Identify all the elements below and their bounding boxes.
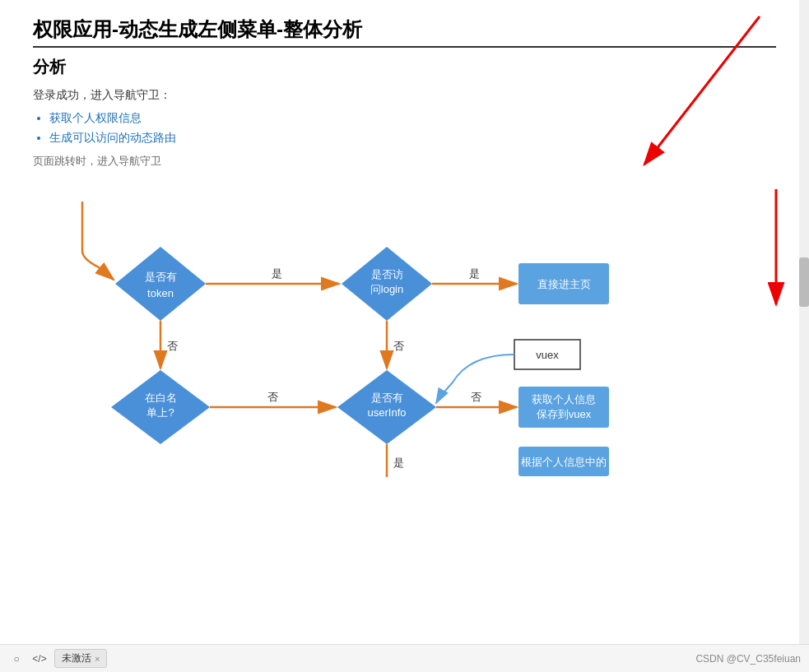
svg-text:token: token (147, 287, 174, 299)
intro-text: 登录成功，进入导航守卫： (33, 88, 776, 103)
bullet-item-1: 获取个人权限信息 (49, 111, 776, 126)
main-content: 权限应用-动态生成左侧菜单-整体分析 分析 登录成功，进入导航守卫： 获取个人权… (0, 0, 809, 644)
flowchart-svg: 是否有 token 是否访 问login 直接进主页 vuex 在白名 单上? … (33, 185, 741, 481)
svg-text:获取个人信息: 获取个人信息 (532, 393, 596, 406)
svg-text:是否有: 是否有 (145, 271, 177, 283)
svg-text:vuex: vuex (536, 349, 559, 361)
svg-text:问login: 问login (370, 283, 403, 295)
arrow-entry (82, 202, 114, 280)
circle-icon[interactable]: ○ (8, 651, 25, 667)
svg-text:是: 是 (469, 267, 480, 280)
svg-text:单上?: 单上? (146, 406, 174, 419)
sub-text: 页面跳转时，进入导航守卫 (33, 154, 776, 169)
svg-text:否: 否 (471, 391, 481, 403)
scrollbar-thumb[interactable] (799, 257, 809, 307)
svg-text:是: 是 (272, 267, 282, 280)
svg-text:根据个人信息中的: 根据个人信息中的 (521, 456, 607, 468)
svg-text:保存到vuex: 保存到vuex (537, 408, 592, 420)
svg-text:是否访: 是否访 (371, 268, 403, 280)
taskbar: ○ </> 未激活 × CSDN @CV_C35feiuan (0, 644, 809, 672)
tab-close-icon[interactable]: × (95, 654, 100, 664)
bullet-item-2: 生成可以访问的动态路由 (49, 131, 776, 146)
svg-text:否: 否 (167, 340, 178, 352)
svg-text:是否有: 是否有 (371, 392, 403, 404)
node-token (115, 247, 206, 321)
scrollbar[interactable] (799, 0, 809, 644)
svg-text:直接进主页: 直接进主页 (537, 278, 591, 290)
svg-text:否: 否 (267, 391, 278, 403)
page-title: 权限应用-动态生成左侧菜单-整体分析 (33, 16, 776, 48)
svg-text:在白名: 在白名 (145, 392, 177, 404)
taskbar-right-text: CSDN @CV_C35feiuan (695, 653, 801, 665)
bullet-list: 获取个人权限信息 生成可以访问的动态路由 (49, 111, 776, 146)
section-title: 分析 (33, 56, 776, 78)
code-icon[interactable]: </> (31, 651, 48, 667)
tab-label: 未激活 (62, 651, 91, 665)
svg-text:userInfo: userInfo (368, 406, 407, 419)
svg-text:是: 是 (393, 456, 404, 469)
svg-text:否: 否 (393, 340, 404, 352)
tab-inactive[interactable]: 未激活 × (54, 649, 107, 668)
flowchart-container: 是否有 token 是否访 问login 直接进主页 vuex 在白名 单上? … (33, 185, 776, 481)
